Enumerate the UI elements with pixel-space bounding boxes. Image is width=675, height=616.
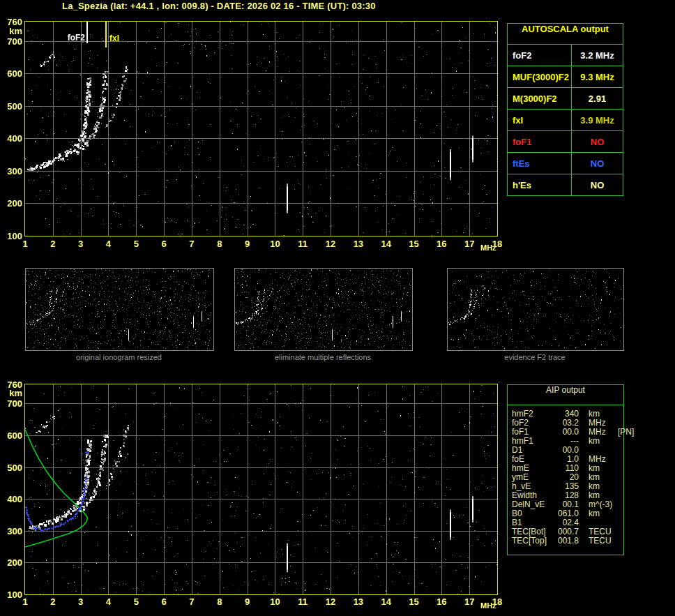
autoscala-param-label: h'Es — [508, 174, 572, 195]
autoscala-param-value: 9.3 MHz — [572, 66, 623, 87]
y-tick-label-bottom: 760 — [0, 380, 22, 389]
x-tick-label-bottom: 11 — [298, 597, 308, 606]
station-title: La_Spezia (lat: +44.1 , lon: 009.8) - DA… — [62, 1, 376, 11]
thumbnail-eliminate-reflections — [234, 268, 413, 351]
fxI-marker-label: fxI — [109, 34, 119, 43]
aip-extra — [612, 410, 623, 419]
autoscala-row: foF1NO — [508, 130, 623, 152]
x-tick-label-bottom: 9 — [245, 597, 250, 606]
autoscala-param-label: fxI — [508, 110, 572, 130]
aip-row: hmE110km — [512, 464, 623, 473]
x-tick-label-top: 17 — [464, 239, 474, 248]
x-tick-label-top: 2 — [50, 239, 55, 248]
thumbnail-eliminate-canvas — [235, 269, 411, 349]
x-tick-label-top: 6 — [161, 239, 166, 248]
x-tick-label-bottom: 3 — [78, 597, 83, 606]
y-tick-label-bottom: 600 — [0, 431, 22, 440]
thumbnail-original-canvas — [26, 269, 212, 349]
thumbnail-evidence-f2 — [447, 268, 624, 351]
x-tick-label-bottom: 17 — [464, 597, 474, 606]
x-tick-label-top: 10 — [270, 239, 280, 248]
thumbnail-caption-eliminate: eliminate multiple reflections — [234, 353, 411, 361]
x-tick-label-top: 4 — [106, 239, 111, 248]
x-tick-label-bottom: 18 — [492, 597, 502, 606]
x-tick-label-top: 12 — [326, 239, 335, 248]
aip-extra — [612, 509, 623, 518]
x-tick-label-top: 9 — [245, 239, 250, 248]
thumbnail-original-ionogram — [25, 268, 214, 351]
y-tick-label-bottom: 400 — [0, 495, 22, 504]
x-tick-label-bottom: 16 — [437, 597, 446, 606]
y-tick-label-top: 400 — [0, 134, 22, 143]
autoscala-param-value: 2.91 — [572, 88, 623, 109]
autoscala-row: fxI3.9 MHz — [508, 109, 623, 130]
x-tick-label-top: 7 — [189, 239, 194, 248]
autoscala-row: ftEsNO — [508, 152, 623, 174]
autoscala-app: { "title": "La_Spezia (lat: +44.1 , lon:… — [0, 0, 675, 616]
thumbnail-evidence-canvas — [448, 269, 622, 349]
fxI-marker-line — [105, 22, 107, 47]
autoscala-param-label: MUF(3000)F2 — [508, 66, 572, 87]
aip-extra — [612, 491, 623, 500]
aip-extra — [612, 464, 623, 473]
x-tick-label-top: 16 — [437, 239, 446, 248]
y-tick-label-bottom: 500 — [0, 463, 22, 472]
x-tick-label-top: 14 — [381, 239, 390, 248]
x-tick-label-bottom: 12 — [326, 597, 335, 606]
aip-extra — [612, 455, 623, 464]
aip-extra — [612, 500, 623, 509]
x-tick-label-bottom: 6 — [161, 597, 166, 606]
autoscala-output-table: AUTOSCALA output foF23.2 MHzMUF(3000)F29… — [507, 23, 623, 196]
aip-extra — [612, 446, 623, 455]
autoscala-param-value: 3.9 MHz — [572, 110, 623, 130]
autoscala-param-value: NO — [572, 153, 623, 174]
autoscala-param-label: M(3000)F2 — [508, 88, 572, 109]
autoscala-param-value: NO — [572, 174, 623, 195]
aip-extra: [PN] — [612, 428, 634, 437]
autoscala-rows: foF23.2 MHzMUF(3000)F29.3 MHzM(3000)F22.… — [508, 44, 623, 195]
x-tick-label-top: 1 — [22, 239, 27, 248]
x-tick-label-top: 3 — [78, 239, 83, 248]
y-tick-label-bottom: 200 — [0, 558, 22, 567]
thumbnail-caption-original: original ionogram resized — [25, 353, 213, 361]
x-tick-label-bottom: 8 — [217, 597, 222, 606]
aip-extra — [612, 473, 623, 482]
x-tick-label-bottom: 14 — [381, 597, 390, 606]
autoscala-param-value: 3.2 MHz — [572, 45, 623, 66]
autoscala-row: M(3000)F22.91 — [508, 87, 623, 109]
autoscala-row: h'EsNO — [508, 174, 623, 195]
y-tick-label-bottom: 100 — [0, 590, 22, 599]
y-tick-label-top: 100 — [0, 232, 22, 241]
y-tick-label-top: 600 — [0, 69, 22, 78]
aip-extra — [612, 527, 623, 536]
foF2-marker-line — [86, 22, 88, 43]
foF2-marker-label: foF2 — [60, 33, 85, 42]
autoscala-param-label: foF1 — [508, 131, 572, 152]
y-axis-unit-top: km — [0, 27, 22, 36]
y-tick-label-bottom: 700 — [0, 399, 22, 408]
ionogram-top-plot: foF2 fxI — [24, 21, 498, 236]
x-tick-label-bottom: 2 — [50, 597, 55, 606]
x-tick-label-top: 15 — [409, 239, 418, 248]
y-tick-label-top: 300 — [0, 167, 22, 176]
aip-rows: hmF2340kmfoF203.2MHzfoF100.0MHz[PN]hmF1-… — [508, 405, 623, 546]
autoscala-param-value: NO — [572, 131, 623, 152]
ionogram-bottom-plot — [24, 384, 498, 595]
autoscala-row: foF23.2 MHz — [508, 44, 623, 66]
autoscala-param-label: foF2 — [508, 45, 572, 66]
aip-name: TEC[Top] — [512, 536, 554, 546]
x-tick-label-bottom: 7 — [189, 597, 194, 606]
aip-extra — [612, 536, 623, 546]
x-tick-label-top: 11 — [298, 239, 308, 248]
aip-output-table: AIP output hmF2340kmfoF203.2MHzfoF100.0M… — [507, 384, 624, 555]
x-tick-label-bottom: 15 — [409, 597, 418, 606]
aip-unit: km — [582, 437, 612, 446]
aip-unit: km — [582, 509, 612, 518]
x-tick-label-bottom: 1 — [22, 597, 27, 606]
aip-extra — [612, 518, 623, 527]
ionogram-top-canvas — [25, 22, 497, 236]
x-tick-label-bottom: 5 — [134, 597, 139, 606]
thumbnail-caption-evidence: evidence F2 trace — [447, 353, 623, 361]
autoscala-param-label: ftEs — [508, 153, 572, 174]
ionogram-bottom-canvas — [25, 384, 497, 594]
